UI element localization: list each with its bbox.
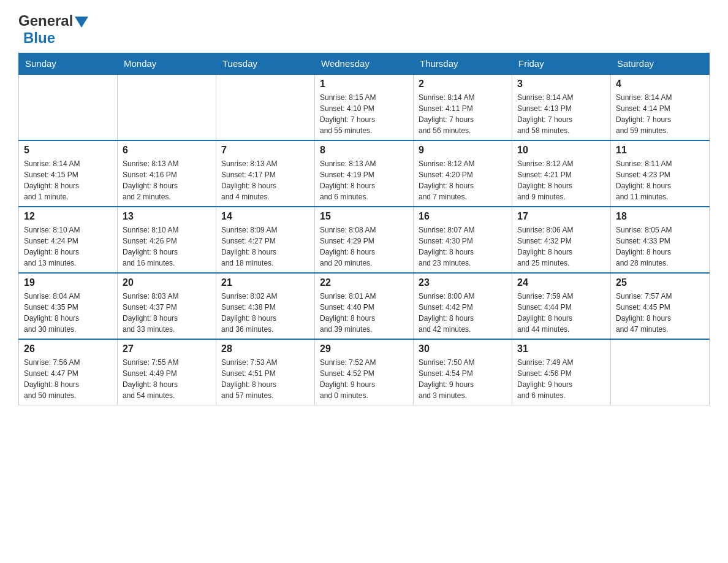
- cell-week2-day1: 6Sunrise: 8:13 AM Sunset: 4:16 PM Daylig…: [118, 140, 216, 207]
- week-row-2: 5Sunrise: 8:14 AM Sunset: 4:15 PM Daylig…: [19, 140, 710, 207]
- day-info: Sunrise: 8:15 AM Sunset: 4:10 PM Dayligh…: [320, 92, 408, 136]
- cell-week4-day1: 20Sunrise: 8:03 AM Sunset: 4:37 PM Dayli…: [118, 273, 216, 339]
- day-number: 4: [616, 79, 704, 90]
- day-info: Sunrise: 8:10 AM Sunset: 4:26 PM Dayligh…: [123, 224, 211, 269]
- header-saturday: Saturday: [611, 53, 710, 75]
- cell-week2-day6: 11Sunrise: 8:11 AM Sunset: 4:23 PM Dayli…: [611, 140, 710, 207]
- day-info: Sunrise: 8:05 AM Sunset: 4:33 PM Dayligh…: [616, 224, 704, 269]
- day-info: Sunrise: 8:14 AM Sunset: 4:13 PM Dayligh…: [517, 92, 605, 136]
- cell-week3-day3: 15Sunrise: 8:08 AM Sunset: 4:29 PM Dayli…: [315, 207, 414, 273]
- calendar-header-row: SundayMondayTuesdayWednesdayThursdayFrid…: [19, 53, 710, 75]
- cell-week4-day2: 21Sunrise: 8:02 AM Sunset: 4:38 PM Dayli…: [216, 273, 315, 339]
- day-number: 9: [419, 145, 507, 156]
- day-number: 27: [123, 343, 211, 354]
- day-info: Sunrise: 7:56 AM Sunset: 4:47 PM Dayligh…: [24, 357, 112, 401]
- day-number: 19: [24, 277, 112, 288]
- day-info: Sunrise: 8:12 AM Sunset: 4:20 PM Dayligh…: [419, 158, 507, 202]
- cell-week5-day5: 31Sunrise: 7:49 AM Sunset: 4:56 PM Dayli…: [512, 339, 611, 405]
- day-number: 15: [320, 211, 408, 222]
- day-number: 5: [24, 145, 112, 156]
- header-wednesday: Wednesday: [315, 53, 414, 75]
- day-number: 24: [517, 277, 605, 288]
- day-number: 23: [419, 277, 507, 288]
- day-info: Sunrise: 8:13 AM Sunset: 4:19 PM Dayligh…: [320, 158, 408, 202]
- day-number: 21: [221, 277, 309, 288]
- cell-week1-day2: [216, 74, 315, 140]
- day-info: Sunrise: 8:03 AM Sunset: 4:37 PM Dayligh…: [123, 291, 211, 335]
- day-number: 7: [221, 145, 309, 156]
- cell-week2-day3: 8Sunrise: 8:13 AM Sunset: 4:19 PM Daylig…: [315, 140, 414, 207]
- day-info: Sunrise: 8:09 AM Sunset: 4:27 PM Dayligh…: [221, 224, 309, 269]
- day-number: 25: [616, 277, 704, 288]
- day-number: 2: [419, 79, 507, 90]
- cell-week4-day3: 22Sunrise: 8:01 AM Sunset: 4:40 PM Dayli…: [315, 273, 414, 339]
- calendar-table: SundayMondayTuesdayWednesdayThursdayFrid…: [18, 53, 710, 405]
- cell-week4-day5: 24Sunrise: 7:59 AM Sunset: 4:44 PM Dayli…: [512, 273, 611, 339]
- cell-week4-day6: 25Sunrise: 7:57 AM Sunset: 4:45 PM Dayli…: [611, 273, 710, 339]
- day-info: Sunrise: 7:55 AM Sunset: 4:49 PM Dayligh…: [123, 357, 211, 401]
- day-number: 20: [123, 277, 211, 288]
- day-info: Sunrise: 8:14 AM Sunset: 4:14 PM Dayligh…: [616, 92, 704, 136]
- day-info: Sunrise: 8:01 AM Sunset: 4:40 PM Dayligh…: [320, 291, 408, 335]
- cell-week2-day5: 10Sunrise: 8:12 AM Sunset: 4:21 PM Dayli…: [512, 140, 611, 207]
- day-info: Sunrise: 8:07 AM Sunset: 4:30 PM Dayligh…: [419, 224, 507, 269]
- day-info: Sunrise: 7:49 AM Sunset: 4:56 PM Dayligh…: [517, 357, 605, 401]
- day-info: Sunrise: 7:57 AM Sunset: 4:45 PM Dayligh…: [616, 291, 704, 335]
- week-row-4: 19Sunrise: 8:04 AM Sunset: 4:35 PM Dayli…: [19, 273, 710, 339]
- cell-week4-day0: 19Sunrise: 8:04 AM Sunset: 4:35 PM Dayli…: [19, 273, 118, 339]
- day-number: 1: [320, 79, 408, 90]
- day-info: Sunrise: 7:53 AM Sunset: 4:51 PM Dayligh…: [221, 357, 309, 401]
- cell-week3-day0: 12Sunrise: 8:10 AM Sunset: 4:24 PM Dayli…: [19, 207, 118, 273]
- cell-week5-day0: 26Sunrise: 7:56 AM Sunset: 4:47 PM Dayli…: [19, 339, 118, 405]
- day-info: Sunrise: 8:00 AM Sunset: 4:42 PM Dayligh…: [419, 291, 507, 335]
- header-monday: Monday: [118, 53, 216, 75]
- day-number: 3: [517, 79, 605, 90]
- header-tuesday: Tuesday: [216, 53, 315, 75]
- day-number: 30: [419, 343, 507, 354]
- day-info: Sunrise: 8:11 AM Sunset: 4:23 PM Dayligh…: [616, 158, 704, 202]
- day-number: 14: [221, 211, 309, 222]
- week-row-3: 12Sunrise: 8:10 AM Sunset: 4:24 PM Dayli…: [19, 207, 710, 273]
- cell-week1-day4: 2Sunrise: 8:14 AM Sunset: 4:11 PM Daylig…: [414, 74, 512, 140]
- cell-week3-day1: 13Sunrise: 8:10 AM Sunset: 4:26 PM Dayli…: [118, 207, 216, 273]
- cell-week2-day2: 7Sunrise: 8:13 AM Sunset: 4:17 PM Daylig…: [216, 140, 315, 207]
- cell-week5-day4: 30Sunrise: 7:50 AM Sunset: 4:54 PM Dayli…: [414, 339, 512, 405]
- day-number: 31: [517, 343, 605, 354]
- day-number: 12: [24, 211, 112, 222]
- day-number: 6: [123, 145, 211, 156]
- day-number: 26: [24, 343, 112, 354]
- day-info: Sunrise: 8:02 AM Sunset: 4:38 PM Dayligh…: [221, 291, 309, 335]
- day-info: Sunrise: 8:14 AM Sunset: 4:15 PM Dayligh…: [24, 158, 112, 202]
- day-info: Sunrise: 8:10 AM Sunset: 4:24 PM Dayligh…: [24, 224, 112, 269]
- header-friday: Friday: [512, 53, 611, 75]
- cell-week5-day3: 29Sunrise: 7:52 AM Sunset: 4:52 PM Dayli…: [315, 339, 414, 405]
- cell-week1-day0: [19, 74, 118, 140]
- cell-week5-day6: [611, 339, 710, 405]
- cell-week3-day4: 16Sunrise: 8:07 AM Sunset: 4:30 PM Dayli…: [414, 207, 512, 273]
- cell-week3-day2: 14Sunrise: 8:09 AM Sunset: 4:27 PM Dayli…: [216, 207, 315, 273]
- day-number: 11: [616, 145, 704, 156]
- day-number: 17: [517, 211, 605, 222]
- day-number: 16: [419, 211, 507, 222]
- logo-container: GeneralBlue: [18, 12, 88, 47]
- header-sunday: Sunday: [19, 53, 118, 75]
- cell-week1-day1: [118, 74, 216, 140]
- header-thursday: Thursday: [414, 53, 512, 75]
- day-info: Sunrise: 8:13 AM Sunset: 4:17 PM Dayligh…: [221, 158, 309, 202]
- day-number: 29: [320, 343, 408, 354]
- cell-week5-day1: 27Sunrise: 7:55 AM Sunset: 4:49 PM Dayli…: [118, 339, 216, 405]
- cell-week2-day0: 5Sunrise: 8:14 AM Sunset: 4:15 PM Daylig…: [19, 140, 118, 207]
- day-info: Sunrise: 7:50 AM Sunset: 4:54 PM Dayligh…: [419, 357, 507, 401]
- cell-week5-day2: 28Sunrise: 7:53 AM Sunset: 4:51 PM Dayli…: [216, 339, 315, 405]
- cell-week4-day4: 23Sunrise: 8:00 AM Sunset: 4:42 PM Dayli…: [414, 273, 512, 339]
- cell-week2-day4: 9Sunrise: 8:12 AM Sunset: 4:20 PM Daylig…: [414, 140, 512, 207]
- week-row-1: 1Sunrise: 8:15 AM Sunset: 4:10 PM Daylig…: [19, 74, 710, 140]
- day-number: 22: [320, 277, 408, 288]
- header: GeneralBlue: [18, 12, 710, 47]
- day-info: Sunrise: 7:52 AM Sunset: 4:52 PM Dayligh…: [320, 357, 408, 401]
- logo: GeneralBlue: [18, 12, 88, 47]
- day-number: 28: [221, 343, 309, 354]
- day-info: Sunrise: 8:08 AM Sunset: 4:29 PM Dayligh…: [320, 224, 408, 269]
- day-info: Sunrise: 8:13 AM Sunset: 4:16 PM Dayligh…: [123, 158, 211, 202]
- cell-week3-day5: 17Sunrise: 8:06 AM Sunset: 4:32 PM Dayli…: [512, 207, 611, 273]
